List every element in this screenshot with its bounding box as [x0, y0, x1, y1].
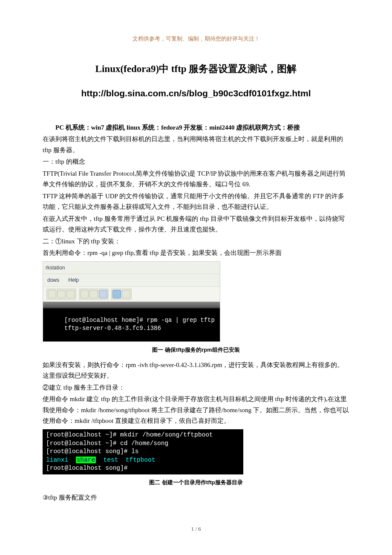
toolbar-button-icon[interactable]: [89, 290, 98, 298]
paragraph: 首先利用命令：rpm -qa | grep tftp,查看 tftp 是否安装，…: [43, 248, 349, 259]
terminal-dir: test tftpboot: [96, 457, 155, 463]
terminal-dir: lianxi: [46, 457, 76, 463]
section-heading-1: 一：tftp 的概念: [43, 156, 349, 168]
figure-1: rkstation dows Help: [43, 261, 349, 355]
toolbar-button-icon[interactable]: [80, 290, 89, 298]
fig1-terminal: [root@localhost home]# rpm -qa | grep tf…: [43, 308, 220, 341]
paragraph: 如果没有安装，则执行命令：rpm -ivh tftp-sever-0.42-3.…: [43, 360, 349, 382]
header-note: 文档供参考，可复制、编制，期待您的好评与关注！: [43, 34, 349, 43]
fig1-window: rkstation dows Help: [43, 261, 220, 342]
fig1-menubar: dows Help: [43, 274, 220, 286]
page: 文档供参考，可复制、编制，期待您的好评与关注！ Linux(fedora9)中 …: [0, 0, 392, 555]
toolbar-button-icon[interactable]: [99, 290, 107, 298]
page-footer: 1 / 6: [43, 524, 349, 534]
terminal-line: tftp-server-0.48-3.fc9.i386: [64, 325, 161, 332]
fig1-title-fragment: rkstation: [43, 262, 220, 274]
step-heading: ②建立 tftp 服务主工作目录：: [43, 382, 349, 393]
fig2-terminal: [root@localhost ~]# mkdir /home/song/tft…: [43, 429, 243, 474]
paragraph: TFTP(Trivial File Transfer Protocol,简单文件…: [43, 168, 349, 190]
toolbar-button-icon[interactable]: [66, 290, 75, 298]
paragraph: TFTP 这种简单的基于 UDP 的文件传输协议，通常只能用于小文件的传输。并且…: [43, 191, 349, 213]
figure-2: [root@localhost ~]# mkdir /home/song/tft…: [43, 429, 349, 487]
terminal-highlight: share: [76, 457, 96, 463]
toolbar-group: [111, 289, 132, 300]
menu-item-dows[interactable]: dows: [47, 277, 59, 283]
page-subtitle-url: http://blog.sina.com.cn/s/blog_b90c3cdf0…: [43, 86, 349, 101]
figure-1-caption: 图一 确保tftp服务的rpm组件已安装: [43, 345, 349, 355]
paragraph: 使用命令 mkdir 建立 tftp 的主工作目录(这个目录用于存放宿主机与目标…: [43, 394, 349, 427]
toolbar-group: [46, 289, 76, 300]
terminal-line: [root@localhost ~]# mkdir /home/song/tft…: [46, 431, 213, 438]
page-title: Linux(fedora9)中 tftp 服务器设置及测试，图解: [43, 61, 349, 77]
toolbar-group: [79, 289, 109, 300]
system-info-line: PC 机系统：win7 虚拟机 linux 系统：fedora9 开发板：min…: [43, 122, 349, 133]
toolbar-button-icon[interactable]: [122, 290, 130, 298]
toolbar-button-icon[interactable]: [112, 290, 121, 298]
toolbar-button-icon[interactable]: [57, 290, 66, 298]
fig1-toolbar: [43, 287, 220, 302]
paragraph: 在谈到将宿主机的文件下载到目标机的日志里，当利用网络将宿主机的文件下载到开发板上…: [43, 134, 349, 156]
step-heading: ③tftp 服务配置文件: [43, 492, 349, 503]
section-heading-2: 二：①linux 下的 tftp 安装：: [43, 236, 349, 247]
terminal-line: [root@localhost song]#: [46, 465, 127, 471]
terminal-line: [root@localhost home]# rpm -qa | grep tf…: [64, 317, 215, 324]
toolbar-button-icon[interactable]: [48, 290, 56, 298]
menu-item-help[interactable]: Help: [68, 277, 79, 283]
fig1-shade-bar: [43, 302, 220, 308]
figure-2-caption: 图二 创建一个目录用作tftp服务器目录: [43, 478, 349, 487]
terminal-line: [root@localhost song]# ls: [46, 448, 139, 455]
paragraph: 在嵌入式开发中，tftp 服务常用于通过从 PC 机服务端的 tftp 目录中下…: [43, 214, 349, 235]
terminal-line: [root@localhost ~]# cd /home/song: [46, 440, 168, 447]
